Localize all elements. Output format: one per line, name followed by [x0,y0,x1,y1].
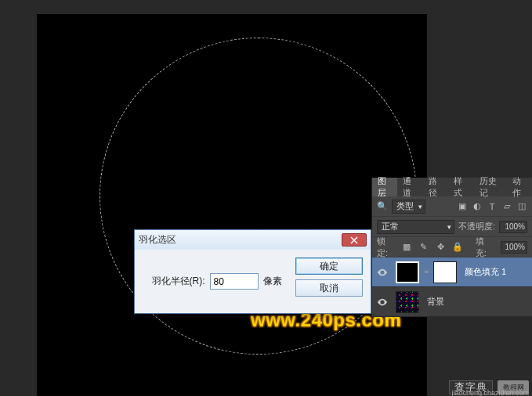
blend-opacity-row: 正常 不透明度: 100% [372,217,532,237]
fill-label: 填充: [476,236,494,259]
opacity-value[interactable]: 100% [499,221,527,233]
visibility-toggle[interactable] [372,297,393,308]
layer-row[interactable]: ⚭ 颜色填充 1 [372,257,532,287]
filter-smart-icon[interactable]: ◫ [516,201,527,212]
panel-tabs: 图层 通道 路径 样式 历史记 动作 [372,178,532,196]
filter-shape-icon[interactable]: ▱ [501,201,512,212]
layer-name[interactable]: 颜色填充 1 [460,266,506,278]
filter-kind-dropdown[interactable]: 类型 [392,200,425,214]
layer-thumb[interactable] [396,291,419,313]
footer-url: jiaocheng.chazidian.com [451,389,529,396]
lock-fill-row: 锁定: ▩ ✎ ✥ 🔒 填充: 100% [372,237,532,257]
visibility-toggle[interactable] [372,267,393,278]
canvas[interactable] [37,14,427,396]
tab-styles[interactable]: 样式 [448,178,473,196]
lock-label: 锁定: [377,236,396,259]
filter-text-icon[interactable]: T [487,201,498,212]
layer-row[interactable]: 背景 [372,287,532,317]
ok-button[interactable]: 确定 [295,257,363,275]
radius-unit: 像素 [263,275,282,288]
filter-image-icon[interactable]: ▣ [457,201,468,212]
layer-name[interactable]: 背景 [422,296,444,308]
tab-layers[interactable]: 图层 [372,178,397,196]
opacity-label: 不透明度: [458,221,495,232]
layers-panel: 图层 通道 路径 样式 历史记 动作 🔍 类型 ▣ ◐ T ▱ ◫ 正常 不透明… [371,178,532,317]
fill-value[interactable]: 100% [501,241,528,254]
layer-mask-thumb[interactable] [433,261,457,283]
close-icon[interactable] [342,233,367,247]
link-icon[interactable]: ⚭ [422,268,430,276]
layers-list: ⚭ 颜色填充 1 背景 [372,257,532,317]
lock-pixels-icon[interactable]: ▩ [402,242,412,253]
radius-label: 羽化半径(R): [152,275,205,288]
tab-history[interactable]: 历史记 [474,178,507,196]
filter-adjust-icon[interactable]: ◐ [472,201,483,212]
layer-filter-row: 🔍 类型 ▣ ◐ T ▱ ◫ [372,196,532,217]
cancel-button[interactable]: 取消 [295,279,363,297]
dialog-body: 羽化半径(R): 像素 确定 取消 [135,250,371,313]
dialog-title: 羽化选区 [139,233,342,247]
lock-paint-icon[interactable]: ✎ [418,242,429,253]
tab-channels[interactable]: 通道 [397,178,422,196]
tab-actions[interactable]: 动作 [507,178,532,196]
tab-paths[interactable]: 路径 [423,178,448,196]
feather-dialog: 羽化选区 羽化半径(R): 像素 确定 取消 [134,229,371,314]
lock-position-icon[interactable]: ✥ [435,242,445,253]
lock-all-icon[interactable]: 🔒 [452,242,463,253]
dialog-titlebar[interactable]: 羽化选区 [135,230,371,250]
search-icon[interactable]: 🔍 [377,201,388,212]
layer-thumb[interactable] [396,261,419,283]
blend-mode-dropdown[interactable]: 正常 [377,220,454,234]
radius-input[interactable] [210,273,259,290]
